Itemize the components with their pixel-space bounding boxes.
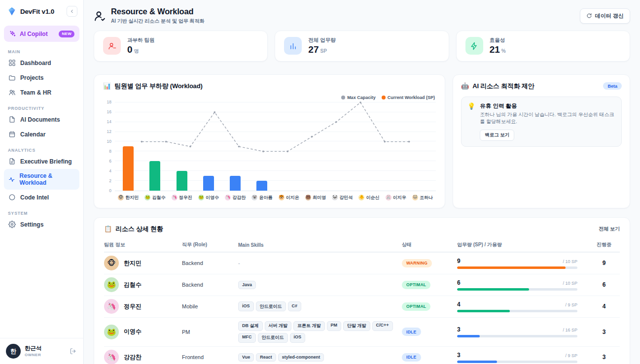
skill-chip: Vue [238,353,254,362]
sidebar-collapse-button[interactable] [67,6,77,17]
skill-chip: PM [327,321,342,331]
clipboard-emoji-icon: 📋 [104,226,112,232]
ai-suggestions-list: 💡유휴 인력 활용조하나 님의 가용 시간이 남습니다. 백로그의 우선순위 태… [461,91,622,147]
member-name: 최미영 [313,195,326,201]
table-header-row: 팀원 정보직무 (Role)Main Skills상태업무량 (SP) / 가용… [104,238,620,252]
column-header: 직무 (Role) [182,241,234,248]
activity-icon [8,176,15,183]
sidebar-item-projects[interactable]: Projects [4,70,79,85]
sidebar-item-executive-briefing[interactable]: Executive Briefing [4,154,79,168]
capacity-value: / 16 SP [563,328,577,332]
member-avatar: 🦄 [172,195,178,200]
y-axis-tick: 10 [107,140,111,144]
member-avatar: 🐱 [412,195,418,200]
chart-x-label: 🐵한지민 [115,194,142,202]
member-name: 강감찬 [124,353,142,362]
y-axis-tick: 16 [107,110,111,115]
sidebar-item-resource-workload[interactable]: Resource & Workload [4,169,79,190]
sidebar-item-ai-documents[interactable]: AI Documents [4,112,79,127]
sidebar-item-team-hr[interactable]: Team & HR [4,85,79,99]
stat-icon-box [284,37,302,55]
member-name: 윤아름 [259,195,272,201]
stat-label: 과부하 팀원 [127,37,154,44]
column-header: Main Skills [238,242,398,248]
sidebar-item-calendar[interactable]: Calendar [4,127,79,141]
user-check-icon [94,10,106,22]
nav-item-label: Dashboard [20,60,51,66]
workload-progress-fill [457,266,566,269]
nav-item-label: Executive Briefing [20,158,72,165]
devfit-logo-icon [7,6,17,16]
refresh-icon [586,13,592,19]
suggestion-title: 유휴 인력 활용 [480,102,615,110]
member-avatar: 🐥 [358,195,364,200]
status-badge: OPTIMAL [402,302,430,311]
chart-bar-column [222,102,249,191]
stat-unit: SP [320,48,326,54]
gear-icon [8,221,16,228]
sidebar-item-code-intel[interactable]: Code Intel [4,190,79,204]
workload-progress-fill [457,361,497,363]
refresh-data-button[interactable]: 데이터 갱신 [580,8,630,24]
in-progress-count: 6 [588,281,620,288]
workload-progress-fill [457,335,480,337]
calendar-icon [8,131,16,138]
capacity-value: / 10 SP [563,259,577,264]
chart-bar-column [276,102,302,191]
member-cell: 🐸이영수 [104,325,178,339]
status-cell: IDLE [402,328,453,336]
workload-progress-track [457,310,577,312]
workload-value: 4 [457,301,461,308]
stat-label: 전체 업무량 [308,37,335,44]
member-name: 한지민 [125,195,139,201]
workload-value: 3 [457,352,461,359]
skill-chip: React [256,353,276,362]
workload-bar [149,161,160,191]
workload-progress-track [457,288,577,291]
workload-chart-card: 📊 팀원별 업무 부하량 (Workload) Max CapacityCurr… [94,74,445,208]
sidebar-item-ai-copilot[interactable]: AI Copilot NEW [4,26,79,42]
status-cell: OPTIMAL [402,281,453,289]
sidebar-item-dashboard[interactable]: Dashboard [4,56,79,70]
skill-chip: 프론트 개발 [293,321,325,331]
chart-x-label: 🐨윤아름 [249,194,275,202]
role-cell: Mobile [182,303,234,309]
resource-table: 팀원 정보직무 (Role)Main Skills상태업무량 (SP) / 가용… [104,238,620,364]
workload-bar [177,171,187,191]
file-icon [8,116,16,123]
user-name: 한근석 [25,345,42,352]
capacity-value: / 9 SP [565,353,577,358]
sidebar-item-settings[interactable]: Settings [4,217,79,232]
workload-value: 6 [457,279,461,286]
member-avatar: 🐵 [104,256,119,270]
member-cell: 🦄정우진 [104,299,178,314]
chart-bar-column [409,102,436,191]
page-title: Resource & Workload [111,7,204,16]
member-avatar: 🦄 [104,299,119,314]
y-axis-tick: 14 [107,120,111,125]
legend-dot [382,96,386,99]
chart-x-label: 🐯이지은 [276,194,302,202]
sidebar: DevFit v1.0 AI Copilot NEW MAINDashboard… [0,0,84,364]
view-all-link[interactable]: 전체 보기 [599,226,620,232]
status-cell: IDLE [402,353,453,362]
column-header: 팀원 정보 [104,241,178,248]
chart-body: 024681012141618 [103,102,436,191]
view-backlog-button[interactable]: 백로그 보기 [480,130,514,141]
logout-button[interactable] [69,347,77,356]
user-minus-icon [108,42,116,50]
workload-cell: 3/ 16 SP [457,326,584,337]
member-name: 이지은 [286,195,299,201]
stat-label: 효율성 [490,37,506,44]
no-skills: - [238,260,398,266]
chart-x-label: 🐸이영수 [195,194,222,202]
user-footer: 한 한근석 OWNER [0,338,83,364]
workload-cell: 6/ 10 SP [457,279,584,291]
user-avatar: 한 [6,344,21,359]
chart-bar-column [142,102,168,191]
chart-x-label: 🐰이지우 [383,194,409,202]
chart-bar-column [195,102,222,191]
chart-bar-column [356,102,382,191]
chart-x-axis: 🐵한지민🐸김철수🦄정우진🐸이영수🦄강감찬🐨윤아름🐯이지은🐻최미영🐼강민석🐥이순신… [115,191,436,202]
workload-cell: 9/ 10 SP [457,258,584,269]
